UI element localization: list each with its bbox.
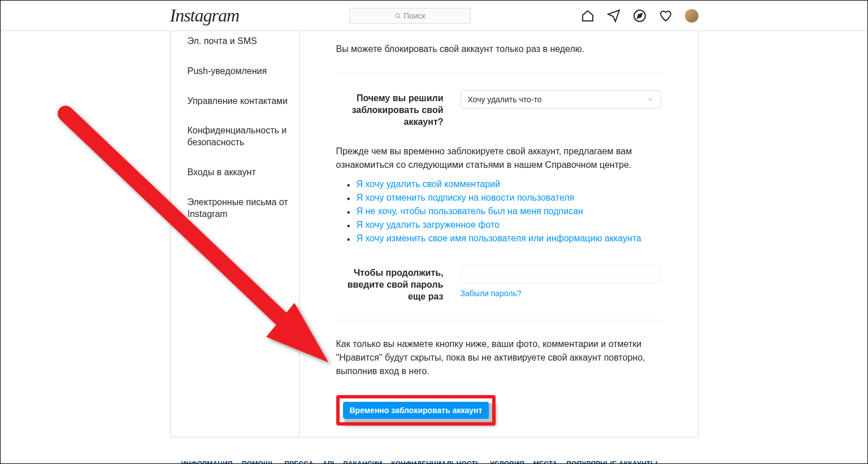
svg-line-1 xyxy=(399,17,401,19)
messages-icon[interactable] xyxy=(607,9,620,23)
reason-selected-value: Хочу удалить что-то xyxy=(468,95,542,104)
footer-link[interactable]: API xyxy=(323,460,335,464)
footer-links: ИНФОРМАЦИЯ ПОМОЩЬ ПРЕССА API ВАКАНСИИ КО… xyxy=(181,460,687,464)
settings-card: Эл. почта и SMS Push-уведомления Управле… xyxy=(170,31,698,437)
home-icon[interactable] xyxy=(581,9,594,23)
footer-link[interactable]: ИНФОРМАЦИЯ xyxy=(181,460,233,464)
search-input[interactable]: Поиск xyxy=(349,8,471,24)
footer-link[interactable]: МЕСТА xyxy=(533,460,558,464)
reason-select[interactable]: Хочу удалить что-то xyxy=(461,90,661,109)
password-label: Чтобы продолжить, введите свой пароль ещ… xyxy=(336,265,444,302)
password-input[interactable] xyxy=(461,265,661,283)
heart-icon[interactable] xyxy=(659,9,672,23)
help-link-delete-comment[interactable]: Я хочу удалить свой комментарий xyxy=(357,179,500,189)
help-links-list: Я хочу удалить свой комментарий Я хочу о… xyxy=(336,177,661,245)
reason-label: Почему вы решили заблокировать свой акка… xyxy=(336,90,444,128)
help-link-change-username[interactable]: Я хочу изменить свое имя пользователя ил… xyxy=(357,233,641,243)
disable-account-button[interactable]: Временно заблокировать аккаунт xyxy=(343,402,489,419)
footer-link[interactable]: УСЛОВИЯ xyxy=(490,460,524,464)
final-notice: Как только вы нажмете кнопку ниже, ваши … xyxy=(336,337,661,378)
svg-point-0 xyxy=(396,14,400,18)
help-link-delete-photo[interactable]: Я хочу удалить загруженное фото xyxy=(357,220,500,229)
help-intro: Прежде чем вы временно заблокируете свой… xyxy=(336,145,661,172)
settings-sidebar: Эл. почта и SMS Push-уведомления Управле… xyxy=(171,31,300,437)
svg-marker-3 xyxy=(637,14,642,18)
footer-link[interactable]: ПОПУЛЯРНЫЕ АККАУНТЫ xyxy=(566,460,657,464)
search-icon xyxy=(394,12,401,19)
divider xyxy=(336,73,661,73)
sidebar-item-login[interactable]: Входы в аккаунт xyxy=(171,158,299,188)
weekly-notice: Вы можете блокировать свой аккаунт тольк… xyxy=(336,42,661,56)
explore-icon[interactable] xyxy=(633,9,646,23)
highlight-box: Временно заблокировать аккаунт xyxy=(336,395,496,426)
help-link-remove-follower[interactable]: Я не хочу, чтобы пользователь был на мен… xyxy=(357,206,583,216)
chevron-down-icon xyxy=(647,96,654,103)
footer-link[interactable]: КОНФИДЕНЦИАЛЬНОСТЬ xyxy=(391,460,481,464)
footer-link[interactable]: ПОМОЩЬ xyxy=(242,460,275,464)
nav-icons xyxy=(581,9,698,23)
instagram-logo[interactable]: Instagram xyxy=(170,5,240,26)
divider-2 xyxy=(336,320,661,320)
top-header: Instagram Поиск xyxy=(1,1,867,31)
forgot-password-link[interactable]: Забыли пароль? xyxy=(461,289,522,298)
sidebar-item-email-sms[interactable]: Эл. почта и SMS xyxy=(171,31,299,57)
search-placeholder: Поиск xyxy=(403,11,426,20)
sidebar-item-push[interactable]: Push-уведомления xyxy=(171,57,299,86)
avatar[interactable] xyxy=(685,9,698,23)
help-link-unfollow[interactable]: Я хочу отменить подписку на новости поль… xyxy=(357,193,575,202)
sidebar-item-contacts[interactable]: Управление контактами xyxy=(171,86,299,116)
sidebar-item-privacy[interactable]: Конфиденциальность и безопасность xyxy=(171,116,299,158)
page-footer: ИНФОРМАЦИЯ ПОМОЩЬ ПРЕССА API ВАКАНСИИ КО… xyxy=(170,460,698,464)
sidebar-item-emails[interactable]: Электронные письма от Instagram xyxy=(171,188,299,229)
main-content: Вы можете блокировать свой аккаунт тольк… xyxy=(300,31,698,437)
footer-link[interactable]: ПРЕССА xyxy=(284,460,314,464)
footer-link[interactable]: ВАКАНСИИ xyxy=(343,460,382,464)
